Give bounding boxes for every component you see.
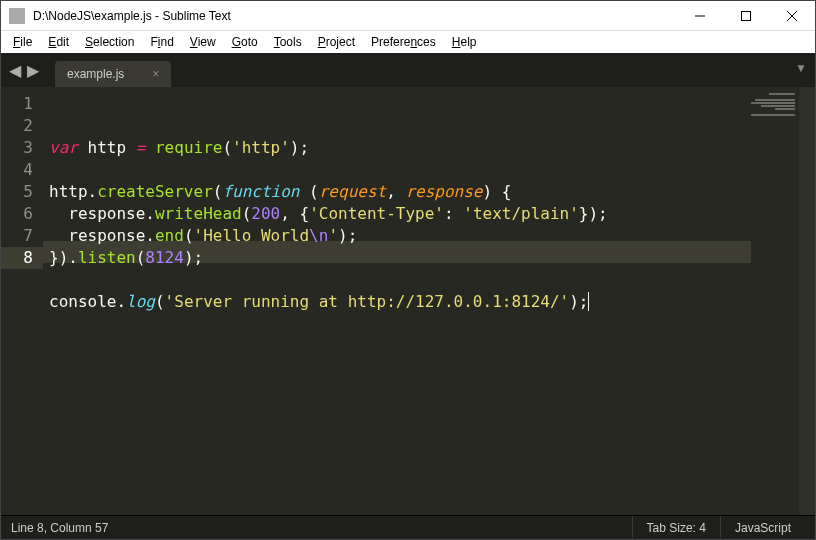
code-line[interactable]: http.createServer(function (request, res… bbox=[49, 181, 751, 203]
code-line[interactable]: console.log('Server running at http://12… bbox=[49, 291, 751, 313]
line-number[interactable]: 2 bbox=[1, 115, 33, 137]
editor-area: 12345678 var http = require('http'); htt… bbox=[1, 87, 815, 515]
menu-item[interactable]: Project bbox=[310, 33, 363, 51]
menu-item[interactable]: Tools bbox=[266, 33, 310, 51]
minimap-line bbox=[751, 102, 795, 104]
line-number[interactable]: 8 bbox=[1, 247, 43, 269]
minimap-line bbox=[755, 99, 795, 101]
minimap[interactable] bbox=[751, 87, 799, 515]
svg-rect-1 bbox=[742, 11, 751, 20]
line-gutter[interactable]: 12345678 bbox=[1, 87, 43, 515]
code-line[interactable] bbox=[49, 269, 751, 291]
line-number[interactable]: 3 bbox=[1, 137, 33, 159]
code-line[interactable]: response.end('Hello World\n'); bbox=[49, 225, 751, 247]
menu-item[interactable]: Edit bbox=[40, 33, 77, 51]
nav-forward-icon[interactable]: ▶ bbox=[27, 61, 39, 80]
syntax-setting[interactable]: JavaScript bbox=[720, 516, 805, 539]
tab-size-setting[interactable]: Tab Size: 4 bbox=[632, 516, 720, 539]
menu-item[interactable]: Selection bbox=[77, 33, 142, 51]
window-controls bbox=[677, 1, 815, 30]
cursor-position[interactable]: Line 8, Column 57 bbox=[11, 521, 108, 535]
app-window: D:\NodeJS\example.js - Sublime Text File… bbox=[0, 0, 816, 540]
line-number[interactable]: 7 bbox=[1, 225, 33, 247]
maximize-button[interactable] bbox=[723, 1, 769, 30]
menubar: FileEditSelectionFindViewGotoToolsProjec… bbox=[1, 31, 815, 53]
nav-back-icon[interactable]: ◀ bbox=[9, 61, 21, 80]
minimap-line bbox=[769, 93, 795, 95]
minimap-line bbox=[751, 114, 795, 116]
menu-item[interactable]: Help bbox=[444, 33, 485, 51]
line-number[interactable]: 5 bbox=[1, 181, 33, 203]
titlebar: D:\NodeJS\example.js - Sublime Text bbox=[1, 1, 815, 31]
vertical-scrollbar[interactable] bbox=[799, 87, 815, 515]
code-editor[interactable]: var http = require('http'); http.createS… bbox=[43, 87, 751, 515]
menu-item[interactable]: Goto bbox=[224, 33, 266, 51]
code-line[interactable]: response.writeHead(200, {'Content-Type':… bbox=[49, 203, 751, 225]
tab-close-icon[interactable]: × bbox=[152, 67, 159, 81]
tab-example-js[interactable]: example.js × bbox=[55, 61, 171, 87]
tab-label: example.js bbox=[67, 67, 124, 81]
text-caret bbox=[588, 292, 589, 311]
line-number[interactable]: 4 bbox=[1, 159, 33, 181]
menu-item[interactable]: File bbox=[5, 33, 40, 51]
app-icon bbox=[9, 8, 25, 24]
menu-item[interactable]: View bbox=[182, 33, 224, 51]
menu-item[interactable]: Preferences bbox=[363, 33, 444, 51]
code-line[interactable] bbox=[49, 159, 751, 181]
line-number[interactable]: 1 bbox=[1, 93, 33, 115]
minimap-line bbox=[775, 108, 795, 110]
window-title: D:\NodeJS\example.js - Sublime Text bbox=[33, 9, 677, 23]
tab-strip: ◀ ▶ example.js × ▼ bbox=[1, 53, 815, 87]
close-button[interactable] bbox=[769, 1, 815, 30]
menu-item[interactable]: Find bbox=[142, 33, 181, 51]
code-line[interactable]: }).listen(8124); bbox=[49, 247, 751, 269]
code-line[interactable]: var http = require('http'); bbox=[49, 137, 751, 159]
minimap-line bbox=[761, 105, 795, 107]
minimize-button[interactable] bbox=[677, 1, 723, 30]
tab-dropdown-icon[interactable]: ▼ bbox=[795, 61, 807, 75]
statusbar: Line 8, Column 57 Tab Size: 4 JavaScript bbox=[1, 515, 815, 539]
line-number[interactable]: 6 bbox=[1, 203, 33, 225]
